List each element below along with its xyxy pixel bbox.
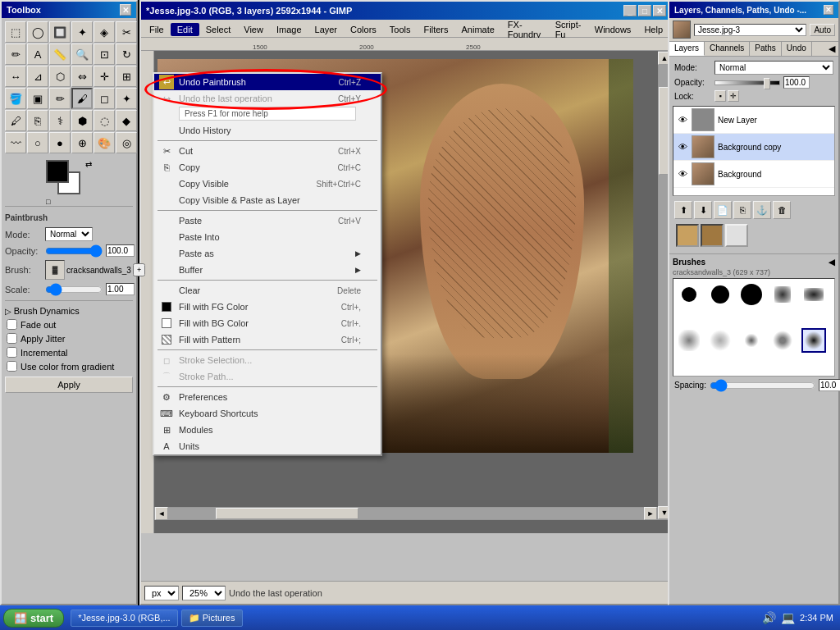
layer-new-btn[interactable]: 📄 [714, 201, 732, 219]
layer-item-bg-copy[interactable]: 👁 Background copy [673, 134, 834, 161]
menu-tools[interactable]: Tools [383, 23, 418, 36]
menu-cut[interactable]: ✂ Cut Ctrl+X [154, 143, 381, 159]
menu-image[interactable]: Image [270, 23, 308, 36]
default-colors-button[interactable]: □ [46, 198, 50, 206]
layer-eye-new-layer[interactable]: 👁 [677, 114, 688, 126]
taskbar-item-gimp[interactable]: *Jesse.jpg-3.0 (RGB,... [71, 609, 178, 627]
lock-pixels-button[interactable]: ▪ [714, 90, 726, 102]
apply-button[interactable]: Apply [5, 377, 133, 393]
layers-close-button[interactable]: ✕ [824, 5, 833, 15]
layer-opacity-track[interactable] [714, 80, 780, 85]
swap-colors-button[interactable]: ⇄ [85, 160, 92, 169]
tool-pencil[interactable]: ✏ [49, 88, 71, 109]
menu-copy[interactable]: ⎘ Copy Ctrl+C [154, 159, 381, 176]
tool-paintbrush[interactable]: 🖌 [71, 88, 93, 109]
gimp-minimize-button[interactable]: _ [623, 5, 637, 16]
tool-sharpen[interactable]: ◆ [116, 110, 137, 131]
layer-duplicate-btn[interactable]: ⎘ [733, 201, 751, 219]
brush-item-6[interactable] [677, 328, 701, 353]
menu-colors[interactable]: Colors [344, 23, 383, 36]
tab-undo[interactable]: Undo [782, 42, 812, 56]
tool-crop[interactable]: ⊡ [94, 43, 115, 65]
tool-shear[interactable]: ⊿ [27, 66, 48, 87]
layers-list[interactable]: 👁 New Layer 👁 Background copy 👁 Backgrou… [673, 106, 835, 196]
layer-item-new-layer[interactable]: 👁 New Layer [673, 107, 834, 134]
toolbox-close-button[interactable]: ✕ [120, 4, 131, 16]
menu-keyboard-shortcuts[interactable]: ⌨ Keyboard Shortcuts [154, 405, 381, 422]
opacity-slider[interactable] [45, 245, 103, 257]
tab-layers[interactable]: Layers [669, 42, 705, 56]
tool-free-select[interactable]: 🔲 [49, 21, 71, 43]
scroll-right-button[interactable]: ► [644, 507, 657, 520]
tool-heal[interactable]: ⚕ [49, 110, 71, 131]
tool-rotate[interactable]: ↻ [116, 43, 137, 65]
tool-paths[interactable]: ✏ [5, 43, 26, 65]
h-scrollbar-thumb[interactable] [216, 508, 358, 519]
tool-flip[interactable]: ⇔ [71, 66, 93, 87]
horizontal-scrollbar[interactable]: ◄ ► [154, 507, 658, 520]
tool-scale[interactable]: ↔ [5, 66, 26, 87]
fade-out-checkbox[interactable] [7, 319, 17, 330]
menu-clear[interactable]: Clear Delete [154, 282, 381, 299]
brush-item-7[interactable] [708, 328, 733, 353]
menu-fill-fg[interactable]: Fill with FG Color Ctrl+, [154, 299, 381, 315]
brush-add-button[interactable]: + [133, 263, 145, 276]
layer-color-box-3[interactable] [725, 224, 748, 247]
lock-position-button[interactable]: ✛ [728, 90, 739, 102]
tool-extra[interactable]: ◎ [116, 132, 137, 153]
layer-opacity-thumb[interactable] [764, 78, 770, 89]
layer-item-background[interactable]: 👁 Background [673, 161, 834, 188]
start-button[interactable]: 🪟 start [3, 609, 64, 628]
menu-undo-history[interactable]: Undo History [154, 122, 381, 139]
spacing-slider[interactable] [710, 381, 815, 390]
tool-align[interactable]: ⊞ [116, 66, 137, 87]
brush-item-3[interactable] [739, 282, 764, 307]
menu-preferences[interactable]: ⚙ Preferences [154, 389, 381, 405]
layers-panel-menu[interactable]: ◀ [825, 42, 838, 56]
tool-colorize[interactable]: 🎨 [94, 132, 115, 153]
tool-text[interactable]: A [27, 43, 48, 65]
menu-windows[interactable]: Windows [588, 23, 638, 36]
auto-button[interactable]: Auto [810, 24, 835, 36]
tool-dodge[interactable]: ○ [27, 132, 48, 153]
menu-edit[interactable]: Edit [171, 23, 199, 36]
menu-help[interactable]: Help [637, 23, 669, 36]
layer-scroll-up-btn[interactable]: ⬆ [674, 201, 692, 219]
menu-animate[interactable]: Animate [454, 23, 500, 36]
menu-copy-visible-paste[interactable]: Copy Visible & Paste as Layer [154, 192, 381, 208]
layer-color-box-1[interactable] [676, 224, 699, 247]
mode-select[interactable]: Normal Multiply Screen [45, 227, 93, 241]
tool-rect-select[interactable]: ⬚ [5, 21, 26, 43]
apply-jitter-checkbox[interactable] [7, 333, 17, 344]
tool-ellipse-select[interactable]: ◯ [27, 21, 48, 43]
layer-anchor-btn[interactable]: ⚓ [753, 201, 771, 219]
tool-airbrush[interactable]: ✦ [116, 88, 137, 109]
gimp-close-button[interactable]: ✕ [653, 5, 666, 16]
tool-blur[interactable]: ◌ [94, 110, 115, 131]
tool-ink[interactable]: 🖊 [5, 110, 26, 131]
layer-color-box-2[interactable] [701, 224, 724, 247]
tool-clone[interactable]: ⎘ [27, 110, 48, 131]
brushes-panel-expand[interactable]: ◀ [829, 258, 835, 267]
brush-item-4[interactable] [770, 282, 795, 307]
tab-channels[interactable]: Channels [705, 42, 750, 56]
tool-scissors[interactable]: ✂ [116, 21, 137, 43]
layer-delete-btn[interactable]: 🗑 [773, 201, 791, 219]
spacing-value[interactable] [819, 379, 840, 391]
tool-blend[interactable]: ▣ [27, 88, 48, 109]
image-selector[interactable]: Jesse.jpg-3 [694, 24, 806, 36]
menu-paste-as[interactable]: Paste as ▶ [154, 245, 381, 262]
menu-paste-into[interactable]: Paste Into [154, 229, 381, 245]
use-color-gradient-checkbox[interactable] [7, 361, 17, 372]
tool-color-balance[interactable]: ⊕ [71, 132, 93, 153]
menu-buffer[interactable]: Buffer ▶ [154, 262, 381, 278]
tool-perspective[interactable]: ⬡ [49, 66, 71, 87]
tool-fuzzy-select[interactable]: ✦ [71, 21, 93, 43]
tool-burn[interactable]: ● [49, 132, 71, 153]
menu-view[interactable]: View [237, 23, 270, 36]
tool-bucket-fill[interactable]: 🪣 [5, 88, 26, 109]
brush-item-9[interactable] [770, 328, 795, 353]
menu-layer[interactable]: Layer [308, 23, 345, 36]
menu-fill-bg[interactable]: Fill with BG Color Ctrl+. [154, 315, 381, 331]
menu-select[interactable]: Select [199, 23, 238, 36]
